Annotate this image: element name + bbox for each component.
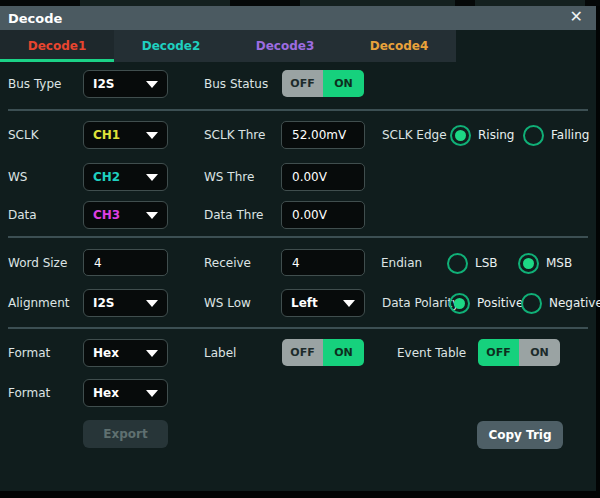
- decode-dialog: Decode ✕ Decode1 Decode2 Decode3 Decode4…: [0, 6, 596, 491]
- radio-unselected-icon: [523, 125, 544, 146]
- label-off[interactable]: OFF: [282, 339, 323, 366]
- event-table-off[interactable]: OFF: [478, 339, 519, 366]
- tab-decode1[interactable]: Decode1: [0, 30, 114, 62]
- ws-low-dropdown[interactable]: Left: [281, 289, 365, 317]
- sclk-edge-rising-radio[interactable]: Rising: [450, 121, 514, 149]
- chevron-down-icon: [146, 300, 158, 307]
- receive-input[interactable]: [281, 249, 365, 276]
- bus-status-label: Bus Status: [204, 77, 268, 91]
- bus-type-label: Bus Type: [8, 77, 61, 91]
- chevron-down-icon: [146, 390, 158, 397]
- alignment-dropdown[interactable]: I2S: [83, 289, 168, 317]
- tab-decode2[interactable]: Decode2: [114, 30, 228, 62]
- radio-selected-icon: [449, 293, 470, 314]
- data-polarity-negative-radio[interactable]: Negative: [521, 289, 600, 317]
- data-polarity-positive-radio[interactable]: Positive: [449, 289, 523, 317]
- ws-threshold-label: WS Thre: [204, 170, 254, 184]
- msb-label: MSB: [546, 256, 572, 270]
- data-threshold-input[interactable]: [281, 201, 365, 229]
- receive-label: Receive: [204, 256, 251, 270]
- lsb-label: LSB: [475, 256, 498, 270]
- sclk-channel-value: CH1: [93, 128, 120, 142]
- label-toggle-label: Label: [204, 346, 236, 360]
- data-channel-value: CH3: [93, 208, 120, 222]
- ws-low-label: WS Low: [204, 296, 251, 310]
- format-event-value: Hex: [93, 386, 119, 400]
- label-on[interactable]: ON: [323, 339, 364, 366]
- chevron-down-icon: [146, 174, 158, 181]
- endian-lsb-radio[interactable]: LSB: [447, 249, 498, 277]
- bus-status-off[interactable]: OFF: [282, 70, 323, 97]
- sclk-label: SCLK: [8, 128, 39, 142]
- rising-label: Rising: [478, 128, 514, 142]
- bus-type-value: I2S: [93, 77, 114, 91]
- format-bus-dropdown[interactable]: Hex: [83, 339, 168, 367]
- format-event-dropdown[interactable]: Hex: [83, 379, 168, 407]
- alignment-value: I2S: [93, 296, 114, 310]
- dialog-titlebar: Decode ✕: [0, 6, 596, 30]
- bus-type-dropdown[interactable]: I2S: [83, 70, 168, 98]
- word-size-input[interactable]: [83, 249, 168, 276]
- data-label: Data: [8, 208, 37, 222]
- ws-low-value: Left: [291, 296, 318, 310]
- radio-selected-icon: [518, 253, 539, 274]
- data-polarity-label: Data Polarity: [382, 296, 459, 310]
- chevron-down-icon: [343, 300, 355, 307]
- bus-status-toggle[interactable]: OFF ON: [282, 70, 364, 97]
- chevron-down-icon: [146, 350, 158, 357]
- ws-channel-dropdown[interactable]: CH2: [83, 163, 168, 191]
- radio-selected-icon: [450, 125, 471, 146]
- negative-label: Negative: [549, 296, 600, 310]
- positive-label: Positive: [477, 296, 523, 310]
- data-threshold-label: Data Thre: [204, 208, 263, 222]
- export-button[interactable]: Export: [83, 420, 168, 448]
- oscilloscope-screen: Decode ✕ Decode1 Decode2 Decode3 Decode4…: [0, 0, 600, 498]
- divider: [8, 236, 588, 238]
- sclk-edge-label: SCLK Edge: [382, 128, 447, 142]
- dialog-title: Decode: [0, 11, 62, 26]
- ws-threshold-input[interactable]: [281, 163, 365, 191]
- copy-trig-button[interactable]: Copy Trig: [477, 421, 563, 449]
- format-bus-label: Format: [8, 346, 50, 360]
- format-event-label: Format: [8, 386, 50, 400]
- radio-unselected-icon: [447, 253, 468, 274]
- bus-status-on[interactable]: ON: [323, 70, 364, 97]
- event-table-label: Event Table: [397, 346, 466, 360]
- tab-decode4[interactable]: Decode4: [342, 30, 456, 62]
- sclk-threshold-input[interactable]: [281, 121, 365, 149]
- event-table-toggle[interactable]: OFF ON: [478, 339, 560, 366]
- label-toggle[interactable]: OFF ON: [282, 339, 364, 366]
- ws-label: WS: [8, 170, 27, 184]
- close-icon[interactable]: ✕: [570, 7, 583, 26]
- radio-unselected-icon: [521, 293, 542, 314]
- word-size-label: Word Size: [8, 256, 67, 270]
- sclk-channel-dropdown[interactable]: CH1: [83, 121, 168, 149]
- divider: [8, 327, 588, 329]
- data-channel-dropdown[interactable]: CH3: [83, 201, 168, 229]
- tab-decode3[interactable]: Decode3: [228, 30, 342, 62]
- falling-label: Falling: [551, 128, 589, 142]
- endian-msb-radio[interactable]: MSB: [518, 249, 572, 277]
- chevron-down-icon: [146, 132, 158, 139]
- divider: [8, 109, 588, 111]
- tab-bar: Decode1 Decode2 Decode3 Decode4: [0, 30, 456, 62]
- sclk-threshold-label: SCLK Thre: [204, 128, 265, 142]
- event-table-on[interactable]: ON: [519, 339, 560, 366]
- endian-label: Endian: [381, 256, 422, 270]
- chevron-down-icon: [146, 81, 158, 88]
- format-bus-value: Hex: [93, 346, 119, 360]
- ws-channel-value: CH2: [93, 170, 120, 184]
- sclk-edge-falling-radio[interactable]: Falling: [523, 121, 589, 149]
- chevron-down-icon: [146, 212, 158, 219]
- alignment-label: Alignment: [8, 296, 69, 310]
